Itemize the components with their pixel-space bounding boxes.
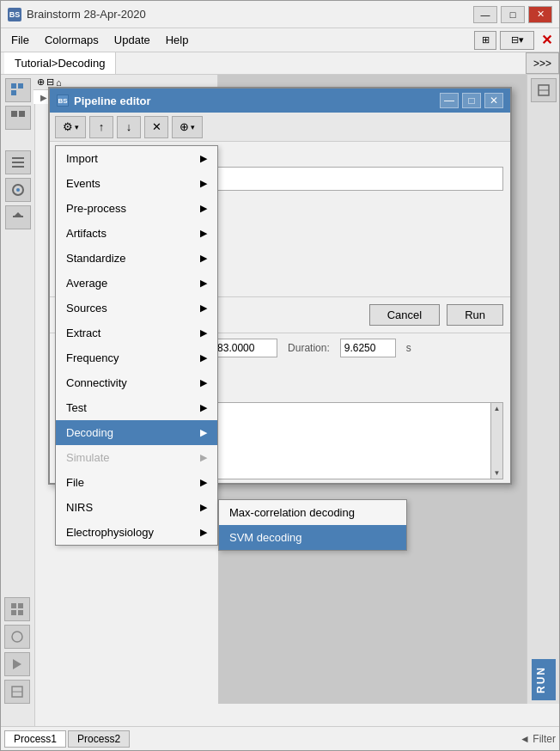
add-icon: ⊕ <box>180 120 189 133</box>
dialog-icon: BS <box>57 95 69 107</box>
dropdown-arrow-icon: ▾ <box>75 123 79 131</box>
ctx-label-artifacts: Artifacts <box>66 227 107 240</box>
ctx-label-import: Import <box>66 152 98 165</box>
ctx-label-simulate: Simulate <box>66 451 110 464</box>
ctx-item-nirs[interactable]: NIRS ▶ <box>56 495 217 520</box>
ctx-label-connectivity: Connectivity <box>66 376 127 389</box>
ctx-label-preprocess: Pre-process <box>66 202 126 215</box>
ctx-arrow-simulate: ▶ <box>200 452 207 463</box>
gear-icon: ⚙ <box>63 120 73 133</box>
ctx-item-events[interactable]: Events ▶ <box>56 171 217 196</box>
add-arrow-icon: ▾ <box>191 123 195 131</box>
ctx-arrow-preprocess: ▶ <box>200 203 207 214</box>
app-window: BS Brainstorm 28-Apr-2020 — □ ✕ File Col… <box>0 0 560 751</box>
ctx-arrow-sources: ▶ <box>200 302 207 314</box>
ctx-item-preprocess[interactable]: Pre-process ▶ <box>56 196 217 221</box>
cancel-button[interactable]: Cancel <box>369 304 440 326</box>
run-dialog-button[interactable]: Run <box>447 304 503 326</box>
dialog-title-bar: BS Pipeline editor — □ ✕ <box>50 89 510 113</box>
dialog-title: Pipeline editor <box>74 95 440 107</box>
context-menu: Import ▶ Events ▶ Pre-process ▶ Artifact… <box>55 145 218 546</box>
ctx-label-average: Average <box>66 277 107 290</box>
duration-value-input[interactable] <box>340 339 396 357</box>
ctx-arrow-file: ▶ <box>200 477 207 488</box>
move-down-button[interactable]: ↓ <box>117 116 141 138</box>
dialog-maximize[interactable]: □ <box>462 93 481 108</box>
ctx-item-decoding[interactable]: Decoding ▶ <box>56 420 217 445</box>
gear-dropdown-button[interactable]: ⚙ ▾ <box>55 116 86 138</box>
ctx-label-decoding: Decoding <box>66 426 113 439</box>
ctx-arrow-electrophysiology: ▶ <box>200 527 207 538</box>
ctx-item-extract[interactable]: Extract ▶ <box>56 321 217 345</box>
move-up-button[interactable]: ↑ <box>89 116 113 138</box>
dialog-minimize[interactable]: — <box>440 93 459 108</box>
ctx-label-nirs: NIRS <box>66 501 93 514</box>
ctx-item-test[interactable]: Test ▶ <box>56 395 217 420</box>
submenu: Max-correlation decoding SVM decoding <box>218 499 407 551</box>
ctx-arrow-decoding: ▶ <box>200 427 207 438</box>
dialog-controls: — □ ✕ <box>440 93 503 108</box>
ctx-item-electrophysiology[interactable]: Electrophysiology ▶ <box>56 520 217 545</box>
start-value-input[interactable] <box>213 339 277 357</box>
events-scrollbar[interactable]: ▲ ▼ <box>490 403 502 479</box>
ctx-item-import[interactable]: Import ▶ <box>56 146 217 171</box>
scroll-up-arrow[interactable]: ▲ <box>494 405 501 412</box>
ctx-arrow-test: ▶ <box>200 402 207 413</box>
ctx-arrow-standardize: ▶ <box>200 253 207 264</box>
remove-button[interactable]: ✕ <box>144 116 168 138</box>
ctx-arrow-frequency: ▶ <box>200 352 207 363</box>
ctx-label-extract: Extract <box>66 327 100 339</box>
ctx-label-frequency: Frequency <box>66 351 119 364</box>
ctx-item-sources[interactable]: Sources ▶ <box>56 296 217 321</box>
ctx-item-average[interactable]: Average ▶ <box>56 271 217 296</box>
ctx-item-frequency[interactable]: Frequency ▶ <box>56 345 217 370</box>
ctx-arrow-nirs: ▶ <box>200 502 207 513</box>
submenu-item-max-correlation[interactable]: Max-correlation decoding <box>219 500 406 525</box>
ctx-arrow-average: ▶ <box>200 278 207 289</box>
duration-unit: s <box>406 342 411 354</box>
dialog-close[interactable]: ✕ <box>484 93 503 108</box>
ctx-label-electrophysiology: Electrophysiology <box>66 526 154 539</box>
ctx-label-sources: Sources <box>66 302 107 314</box>
ctx-item-artifacts[interactable]: Artifacts ▶ <box>56 221 217 246</box>
ctx-item-standardize[interactable]: Standardize ▶ <box>56 246 217 271</box>
ctx-arrow-import: ▶ <box>200 153 207 164</box>
ctx-item-simulate: Simulate ▶ <box>56 445 217 470</box>
ctx-arrow-extract: ▶ <box>200 327 207 339</box>
duration-label: Duration: <box>288 342 330 354</box>
ctx-arrow-events: ▶ <box>200 178 207 189</box>
submenu-item-svm[interactable]: SVM decoding <box>219 525 406 550</box>
dialog-overlay: BS Pipeline editor — □ ✕ ⚙ ▾ ↑ ↓ ✕ <box>1 1 559 750</box>
ctx-label-test: Test <box>66 401 87 414</box>
ctx-item-file[interactable]: File ▶ <box>56 470 217 495</box>
ctx-arrow-connectivity: ▶ <box>200 377 207 388</box>
dialog-toolbar: ⚙ ▾ ↑ ↓ ✕ ⊕ ▾ <box>50 113 510 142</box>
ctx-label-standardize: Standardize <box>66 252 125 265</box>
ctx-item-connectivity[interactable]: Connectivity ▶ <box>56 370 217 395</box>
ctx-label-events: Events <box>66 177 100 190</box>
ctx-label-file: File <box>66 476 84 489</box>
ctx-arrow-artifacts: ▶ <box>200 228 207 239</box>
add-process-button[interactable]: ⊕ ▾ <box>172 116 203 138</box>
scroll-down-arrow[interactable]: ▼ <box>494 469 501 477</box>
